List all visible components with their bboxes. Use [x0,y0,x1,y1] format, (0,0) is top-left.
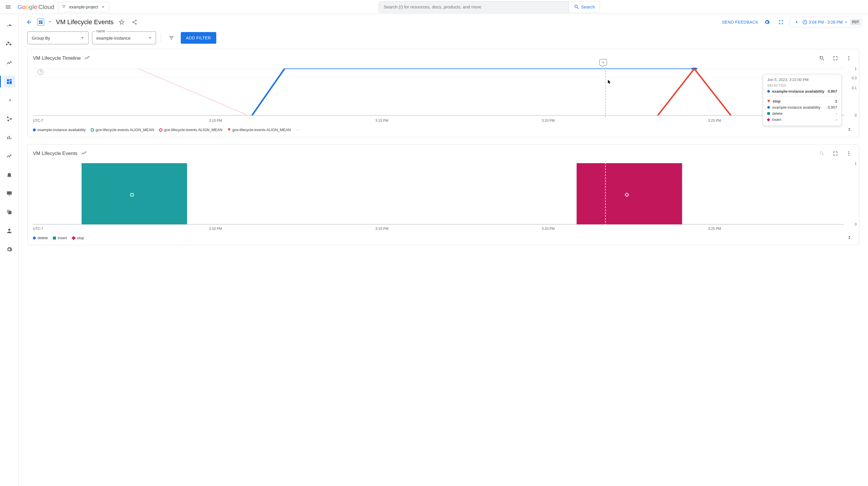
nav-person-icon[interactable] [3,225,15,236]
google-cloud-logo[interactable]: Google Cloud [18,3,55,10]
svg-rect-27 [577,163,682,224]
nav-metrics-icon[interactable] [3,57,15,69]
chevron-down-icon [80,35,85,41]
nav-trace-icon[interactable] [3,150,15,162]
menu-button[interactable] [2,1,14,13]
events-x-axis: UTC-7 3:10 PM 3:15 PM 3:20 PM 3:25 PM [33,227,844,232]
timeline-fullscreen-button[interactable] [831,53,840,63]
nav-import-icon[interactable] [3,94,15,106]
dashboard-type-icon[interactable] [37,19,44,26]
add-annotation-button[interactable]: + [599,59,607,65]
nav-copy-icon[interactable] [3,206,15,218]
header-fullscreen-button[interactable] [776,17,786,27]
legend-scroll-icon[interactable] [847,127,852,133]
tooltip-selected-label: SELECTED [767,84,837,87]
nav-bell-icon[interactable] [3,169,15,181]
name-select[interactable]: name example-instance [92,31,156,44]
hover-line [605,163,606,226]
send-feedback-link[interactable]: SEND FEEDBACK [722,20,758,25]
time-range-prev-button[interactable] [792,18,801,26]
svg-rect-26 [82,163,187,224]
timezone-badge: PDT [850,19,861,25]
explore-icon[interactable] [84,55,91,61]
time-range-label: 3:04 PM - 3:28 PM [809,20,843,25]
share-button[interactable] [130,18,139,27]
nav-bars-icon[interactable] [3,132,15,143]
time-range-picker: 3:04 PM - 3:28 PM PDT [790,17,862,27]
svg-point-3 [7,117,8,118]
chevron-down-icon [147,35,153,41]
tooltip-time: Jun 5, 2023, 3:22:00 PM [767,78,837,82]
add-filter-button[interactable]: ADD FILTER [181,32,216,44]
svg-point-21 [85,152,86,153]
svg-point-12 [88,57,89,57]
nav-services-icon[interactable] [3,113,15,125]
filter-icon-button[interactable] [166,32,177,44]
nav-screen-icon[interactable] [3,188,15,199]
nav-dashboards-icon[interactable] [3,76,15,87]
legend-scroll-icon[interactable] [847,235,852,241]
svg-point-0 [62,5,63,6]
events-legend: delete insert stop [28,232,859,245]
svg-point-13 [848,56,849,57]
timeline-zoom-button[interactable] [817,53,827,63]
events-zoom-button[interactable] [817,149,827,159]
svg-point-7 [8,229,10,231]
events-menu-button[interactable] [844,149,854,159]
time-range-button[interactable]: 3:04 PM - 3:28 PM [802,20,848,25]
header-settings-button[interactable] [762,17,772,27]
svg-point-1 [64,5,65,6]
topbar: Google Cloud example-project Search [0,0,868,14]
timeline-card: VM Lifecycle Timeline ? + [27,49,859,137]
search-button[interactable]: Search [569,1,600,12]
svg-point-23 [848,153,849,154]
page-title: VM Lifecycle Events [56,18,114,26]
nav-settings-icon[interactable] [3,244,15,255]
hover-line [605,67,606,117]
project-name: example-project [69,5,98,9]
divider [161,33,161,42]
dashboard-type-dropdown-icon[interactable] [48,19,52,25]
help-icon[interactable]: ? [37,69,43,75]
search-input[interactable] [379,1,568,12]
timeline-chart[interactable]: ? + [33,67,844,117]
timeline-legend: example-instance availability gce-lifecy… [28,124,859,137]
project-selector[interactable]: example-project [58,2,110,12]
svg-point-22 [848,151,849,152]
svg-point-4 [10,118,12,120]
timeline-y-axis: 1 0.3 0.1 0 [845,67,857,117]
svg-point-15 [848,59,849,60]
filter-row: Group By name example-instance ADD FILTE… [19,30,868,49]
legend-overflow: ⋯ [296,127,300,132]
timeline-title: VM Lifecycle Timeline [33,55,81,61]
group-by-label: Group By [32,35,50,40]
name-value: example-instance [96,35,131,40]
search-bar: Search [379,1,600,13]
events-chart[interactable]: 1 0 [33,163,844,225]
name-float-label: name [95,29,106,33]
timeline-menu-button[interactable] [844,53,854,63]
timeline-x-axis: UTC-7 3:10 PM 3:15 PM 3:20 PM 3:25 PM [33,119,844,124]
nav-monitoring-icon[interactable] [3,20,15,31]
favorite-button[interactable] [117,18,126,27]
explore-icon[interactable] [81,150,87,157]
events-card: VM Lifecycle Events [27,144,859,245]
svg-point-14 [848,58,849,59]
svg-point-2 [63,7,64,7]
search-button-label: Search [581,4,595,9]
events-title: VM Lifecycle Events [33,151,78,156]
group-by-select[interactable]: Group By [27,31,89,44]
events-fullscreen-button[interactable] [831,149,840,159]
svg-point-6 [10,155,11,156]
chart-tooltip: Jun 5, 2023, 3:22:00 PM SELECTED example… [763,74,841,126]
events-y-axis: 1 0 [845,163,857,225]
page-header: VM Lifecycle Events SEND FEEDBACK 3:04 P… [19,14,868,30]
nav-hex-icon[interactable] [3,38,15,50]
back-button[interactable] [25,18,34,27]
side-nav [0,14,19,486]
svg-point-24 [848,155,849,155]
